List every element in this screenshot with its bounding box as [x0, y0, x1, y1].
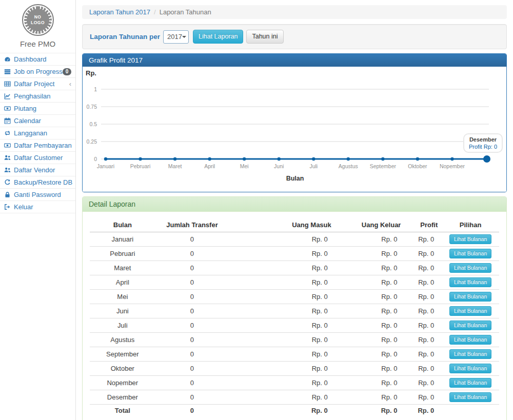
- data-point[interactable]: [139, 157, 142, 161]
- data-point[interactable]: [173, 157, 176, 161]
- table-row: September 0 Rp. 0 Rp. 0 Rp. 0 Lihat Bula…: [90, 347, 499, 362]
- year-select[interactable]: 2017: [163, 30, 189, 44]
- sidebar-item[interactable]: Daftar Customer: [0, 152, 75, 164]
- sidebar-item-label: Penghasilan: [14, 92, 51, 101]
- sidebar-item[interactable]: Piutang: [0, 103, 75, 115]
- lihat-bulanan-button[interactable]: Lihat Bulanan: [449, 392, 491, 402]
- column-header-profit: Profit: [405, 218, 442, 232]
- lihat-bulanan-button[interactable]: Lihat Bulanan: [449, 335, 491, 345]
- chart-canvas: Rp.00.250.50.751JanuariPebruariMaretApri…: [83, 67, 506, 191]
- svg-text:Pebruari: Pebruari: [130, 163, 151, 169]
- logo-gear-icon: NO LOGO: [24, 6, 52, 34]
- lihat-bulanan-button[interactable]: Lihat Bulanan: [449, 249, 491, 258]
- column-header-jumlah-transfer: Jumlah Transfer: [155, 218, 229, 232]
- count-badge: 0: [63, 68, 72, 75]
- cell-profit: Rp. 0: [405, 232, 442, 247]
- data-point[interactable]: [450, 157, 453, 161]
- table-row: Januari 0 Rp. 0 Rp. 0 Rp. 0 Lihat Bulana…: [90, 232, 499, 247]
- sidebar-item[interactable]: Backup/Restore DB: [0, 176, 75, 189]
- cell-uang-masuk: Rp. 0: [229, 376, 335, 390]
- cell-uang-masuk: Rp. 0: [229, 318, 335, 333]
- column-header-uang-masuk: Uang Masuk: [229, 218, 335, 232]
- cell-transfer: 0: [155, 333, 229, 347]
- cell-month: Juni: [90, 304, 155, 318]
- data-point[interactable]: [104, 157, 107, 161]
- sidebar-item[interactable]: Daftar Pembayaran: [0, 139, 75, 152]
- data-point[interactable]: [347, 157, 350, 161]
- data-point[interactable]: [243, 157, 246, 161]
- sidebar-item[interactable]: Dashboard: [0, 53, 75, 66]
- tahun-ini-button[interactable]: Tahun ini: [246, 30, 283, 44]
- cell-month: Juli: [90, 318, 155, 333]
- lihat-bulanan-button[interactable]: Lihat Bulanan: [449, 234, 491, 244]
- breadcrumb-link[interactable]: Laporan Tahun 2017: [89, 8, 150, 16]
- app-window: NO LOGO Free PMO Dashboard Job on Progre…: [0, 0, 513, 420]
- data-point[interactable]: [483, 155, 490, 163]
- sidebar-item[interactable]: Calendar: [0, 115, 75, 127]
- cell-month: Nopember: [90, 376, 155, 390]
- svg-text:Mei: Mei: [240, 163, 249, 169]
- svg-text:Agustus: Agustus: [339, 163, 358, 169]
- svg-text:0.75: 0.75: [87, 104, 97, 110]
- sidebar-item[interactable]: Daftar Vendor: [0, 164, 75, 176]
- lihat-laporan-button[interactable]: Lihat Laporan: [193, 30, 243, 44]
- svg-text:Juli: Juli: [309, 163, 318, 169]
- breadcrumb-separator: /: [154, 8, 156, 16]
- lihat-bulanan-button[interactable]: Lihat Bulanan: [449, 364, 491, 373]
- cell-transfer: 0: [155, 261, 229, 275]
- lihat-bulanan-button[interactable]: Lihat Bulanan: [449, 321, 491, 330]
- lihat-bulanan-button[interactable]: Lihat Bulanan: [449, 263, 491, 273]
- svg-text:0.5: 0.5: [89, 121, 97, 127]
- total-profit: Rp. 0: [405, 405, 442, 417]
- sidebar-item[interactable]: Daftar Project ‹: [0, 78, 75, 90]
- cell-transfer: 0: [155, 347, 229, 362]
- sidebar-item[interactable]: Penghasilan: [0, 90, 75, 103]
- detail-laporan-panel: Detail Laporan Bulan Jumlah Transfer Uan…: [82, 196, 507, 420]
- lihat-bulanan-button[interactable]: Lihat Bulanan: [449, 277, 491, 287]
- users-icon: [4, 154, 12, 161]
- detail-panel-title: Detail Laporan: [83, 197, 506, 212]
- lihat-bulanan-button[interactable]: Lihat Bulanan: [449, 349, 491, 359]
- data-point[interactable]: [208, 157, 211, 161]
- table-row: Pebruari 0 Rp. 0 Rp. 0 Rp. 0 Lihat Bulan…: [90, 247, 499, 261]
- sidebar-item-label: Piutang: [14, 104, 36, 113]
- cell-uang-keluar: Rp. 0: [336, 304, 405, 318]
- brand-name: Free PMO: [0, 39, 75, 48]
- sidebar-item-label: Job on Progress: [14, 67, 63, 76]
- sidebar-item[interactable]: Ganti Password: [0, 189, 75, 201]
- sidebar-item[interactable]: Job on Progress 0: [0, 66, 75, 78]
- cell-uang-masuk: Rp. 0: [229, 290, 335, 304]
- sidebar-item-label: Calendar: [14, 116, 41, 125]
- lihat-bulanan-button[interactable]: Lihat Bulanan: [449, 306, 491, 316]
- sidebar-item-label: Ganti Password: [14, 190, 61, 199]
- sidebar-item[interactable]: Keluar: [0, 201, 75, 213]
- lihat-bulanan-button[interactable]: Lihat Bulanan: [449, 378, 491, 388]
- sidebar-item-label: Daftar Customer: [14, 153, 63, 162]
- line-chart-icon: [4, 93, 12, 99]
- cell-profit: Rp. 0: [405, 275, 442, 290]
- total-row: Total 0 Rp. 0 Rp. 0 Rp. 0: [90, 405, 499, 417]
- data-point[interactable]: [278, 157, 281, 161]
- breadcrumb: Laporan Tahun 2017 / Laporan Tahunan: [82, 5, 507, 19]
- cell-uang-keluar: Rp. 0: [336, 347, 405, 362]
- cell-uang-masuk: Rp. 0: [229, 362, 335, 376]
- table-row: Juni 0 Rp. 0 Rp. 0 Rp. 0 Lihat Bulanan: [90, 304, 499, 318]
- data-point[interactable]: [381, 157, 384, 161]
- cell-month: Oktober: [90, 362, 155, 376]
- cell-uang-masuk: Rp. 0: [229, 232, 335, 247]
- year-select-value: 2017: [167, 33, 182, 41]
- svg-text:0.25: 0.25: [87, 138, 97, 145]
- data-point[interactable]: [416, 157, 419, 161]
- money-icon: [4, 142, 12, 149]
- svg-text:0: 0: [94, 156, 97, 162]
- no-logo-badge: NO LOGO: [22, 4, 54, 36]
- cell-month: Mei: [90, 290, 155, 304]
- cell-profit: Rp. 0: [405, 318, 442, 333]
- sidebar-item[interactable]: Langganan: [0, 127, 75, 139]
- data-point[interactable]: [312, 157, 315, 161]
- report-table-wrapper: Bulan Jumlah Transfer Uang Masuk Uang Ke…: [83, 212, 506, 420]
- cell-month: Agustus: [90, 333, 155, 347]
- sidebar-item-label: Daftar Vendor: [14, 166, 55, 174]
- cell-uang-masuk: Rp. 0: [229, 275, 335, 290]
- lihat-bulanan-button[interactable]: Lihat Bulanan: [449, 292, 491, 302]
